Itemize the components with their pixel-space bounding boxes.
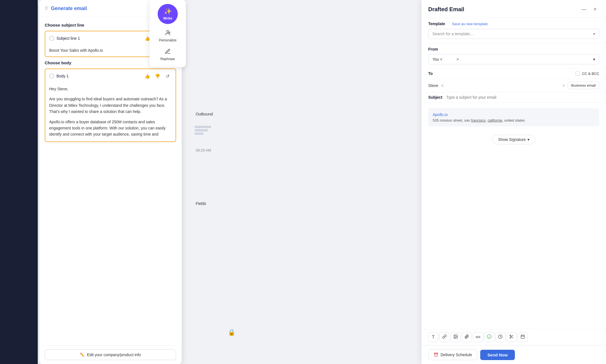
show-signature-button[interactable]: Show Signature ▾ (492, 135, 535, 144)
drafted-email-panel: Drafted Email — × Template Save as new t… (422, 0, 606, 364)
drafted-header: Drafted Email — × (422, 0, 606, 18)
drafted-footer: ⏰ Delivery Schedule Send Now (422, 345, 606, 364)
svg-line-11 (511, 336, 512, 337)
link-button[interactable] (439, 332, 449, 342)
image-icon (453, 334, 458, 340)
cc-bcc-area: CC & BCC (575, 71, 599, 76)
sender-link[interactable]: Apollo.io (433, 112, 448, 117)
drafted-header-actions: — × (580, 5, 599, 13)
drafted-body: Template Save as new template Search for… (422, 18, 606, 329)
personalize-item[interactable]: Personalize (152, 27, 183, 44)
calendar-button[interactable] (518, 332, 528, 342)
subject-line-left: Subject line 1 (49, 36, 80, 41)
to-label: To (428, 71, 433, 76)
template-label: Template (428, 22, 452, 26)
attachment-button[interactable] (462, 332, 472, 342)
body-refresh-button[interactable]: ↺ (163, 72, 172, 80)
delivery-icon: ⏰ (434, 353, 438, 357)
from-select[interactable]: You < > ▾ (428, 54, 599, 64)
show-signature-container: Show Signature ▾ (428, 132, 599, 147)
send-now-button[interactable]: Send Now (480, 350, 515, 360)
drafted-close-button[interactable]: × (591, 5, 599, 13)
cc-bcc-label: CC & BCC (582, 72, 599, 76)
template-section: Template Save as new template Search for… (422, 18, 606, 43)
body-refresh-icon: ↺ (166, 74, 169, 79)
thumbup-icon: 👍 (145, 36, 150, 41)
body-card[interactable]: Body 1 👍 👎 ↺ Hey Steve, Are you struggl (45, 68, 176, 142)
rephrase-item[interactable]: Rephrase (152, 46, 183, 63)
template-select[interactable]: Search for a template... ▾ (428, 29, 599, 39)
title-row: ⠿ Generate email (45, 6, 87, 11)
text-format-button[interactable]: T (428, 332, 438, 342)
drag-handle-icon[interactable]: ⠿ (45, 6, 48, 11)
generate-panel-title: Generate email (51, 6, 87, 11)
body-content: Hey Steve, Are you struggling to find id… (45, 83, 176, 141)
scissors-button[interactable] (506, 332, 517, 342)
template-row: Template Save as new template (428, 22, 599, 26)
from-row: From (428, 47, 599, 51)
subject-radio[interactable] (49, 36, 54, 41)
from-dropdown-icon: ▾ (593, 57, 595, 62)
recipient-bracket-open: <: (441, 83, 444, 88)
text-icon: T (432, 335, 435, 340)
body-actions: 👍 👎 ↺ (143, 72, 172, 80)
body-thumbdown-icon: 👎 (155, 74, 160, 79)
from-section: From You < > ▾ (422, 43, 606, 68)
show-signature-chevron-icon: ▾ (527, 137, 529, 142)
calendar-icon (520, 334, 525, 340)
save-template-link[interactable]: Save as new template (452, 22, 488, 26)
scissors-icon (509, 334, 514, 340)
left-sidebar (0, 0, 38, 364)
rephrase-icon (165, 48, 171, 56)
body-thumbup-button[interactable]: 👍 (143, 72, 152, 80)
timer-button[interactable] (495, 332, 505, 342)
rephrase-label: Rephrase (160, 57, 175, 61)
email-body-area[interactable]: Apollo.io 535 mission street, san franci… (422, 103, 606, 172)
svg-point-2 (455, 336, 455, 336)
body-thumbdown-button[interactable]: 👎 (153, 72, 162, 80)
body-radio[interactable] (49, 74, 54, 79)
minimize-button[interactable]: — (580, 5, 588, 13)
body-label: Body 1 (56, 74, 69, 78)
outbound-label: Outbound (196, 112, 213, 116)
subject-input[interactable] (446, 95, 599, 100)
drafted-close-icon: × (594, 6, 597, 12)
write-button[interactable]: ✨ Write (158, 4, 178, 24)
lock-icon: 🔒 (228, 329, 235, 336)
emoji-icon (487, 334, 492, 340)
scroll-bars (195, 126, 211, 135)
to-content-row: Steve <: > Business email (422, 79, 606, 92)
scroll-bar-2 (195, 129, 208, 131)
emoji-button[interactable] (484, 332, 494, 342)
scroll-bar-1 (195, 126, 211, 128)
subject-row: Subject (422, 92, 606, 103)
subject-line-label: Subject line 1 (56, 36, 80, 41)
recipient-bracket-close: > (562, 83, 565, 88)
template-dropdown-icon: ▾ (593, 32, 595, 36)
personalize-icon (165, 30, 171, 37)
edit-icon: ✏️ (80, 353, 85, 357)
attachment-icon (465, 334, 469, 340)
to-row: To CC & BCC (422, 68, 606, 79)
time-label: 08:29 AM (196, 148, 211, 152)
edit-company-info-button[interactable]: ✏️ Edit your company/product info (45, 349, 176, 360)
code-button[interactable]: </> (473, 332, 483, 342)
scroll-bar-3 (195, 133, 203, 135)
write-icon: ✨ (164, 8, 172, 15)
drafted-title: Drafted Email (428, 6, 464, 13)
image-button[interactable] (451, 332, 461, 342)
timer-icon (498, 334, 503, 340)
recipient-name: Steve (428, 83, 438, 88)
code-icon: </> (475, 335, 480, 339)
link-icon (442, 334, 447, 340)
body-thumbup-icon: 👍 (145, 74, 150, 79)
subject-label: Subject (428, 95, 442, 100)
template-control: Save as new template (452, 22, 599, 26)
cc-bcc-checkbox[interactable] (575, 71, 580, 76)
write-panel: ✨ Write Personalize Rephrase (150, 0, 186, 67)
email-toolbar: T (422, 329, 606, 345)
delivery-schedule-button[interactable]: ⏰ Delivery Schedule (428, 349, 477, 360)
sender-info-box: Apollo.io 535 mission street, san franci… (428, 108, 599, 126)
business-email-badge[interactable]: Business email (568, 82, 599, 89)
svg-point-0 (167, 30, 169, 32)
